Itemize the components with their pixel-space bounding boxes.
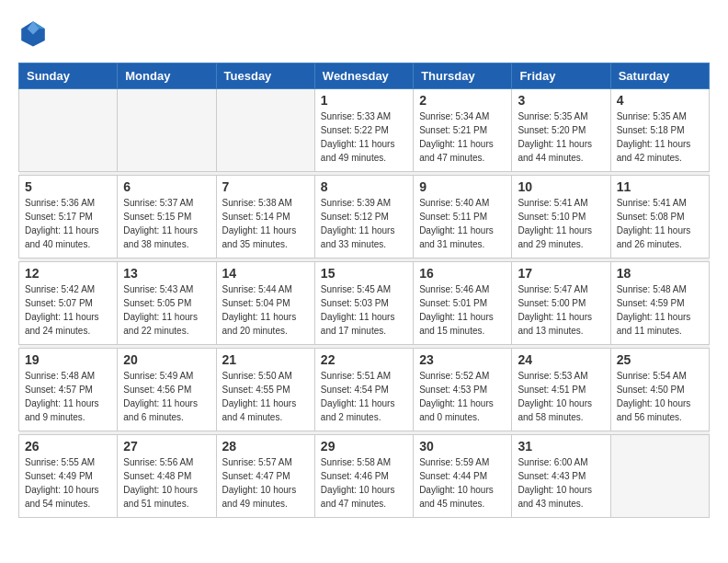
cell-info: Sunrise: 5:59 AM Sunset: 4:44 PM Dayligh… [419, 455, 506, 511]
cell-date: 13 [123, 266, 210, 281]
cell-info: Sunrise: 5:49 AM Sunset: 4:56 PM Dayligh… [123, 369, 210, 424]
calendar-week-1: 1Sunrise: 5:33 AM Sunset: 5:22 PM Daylig… [19, 89, 710, 172]
cell-date: 9 [419, 179, 506, 194]
cell-date: 5 [25, 179, 111, 194]
calendar-cell: 30Sunrise: 5:59 AM Sunset: 4:44 PM Dayli… [414, 435, 512, 518]
cell-date: 3 [518, 93, 604, 108]
calendar-week-2: 5Sunrise: 5:36 AM Sunset: 5:17 PM Daylig… [19, 176, 710, 259]
calendar-cell: 19Sunrise: 5:48 AM Sunset: 4:57 PM Dayli… [19, 349, 118, 431]
calendar-cell: 14Sunrise: 5:44 AM Sunset: 5:04 PM Dayli… [216, 262, 314, 345]
calendar-cell: 28Sunrise: 5:57 AM Sunset: 4:47 PM Dayli… [216, 435, 314, 518]
cell-date: 15 [321, 266, 407, 281]
cell-date: 11 [617, 179, 703, 194]
cell-info: Sunrise: 5:51 AM Sunset: 4:54 PM Dayligh… [321, 369, 407, 424]
day-header-thursday: Thursday [414, 63, 512, 89]
day-header-wednesday: Wednesday [314, 63, 413, 89]
cell-date: 28 [222, 439, 309, 454]
cell-info: Sunrise: 5:46 AM Sunset: 5:01 PM Dayligh… [419, 282, 506, 338]
cell-date: 19 [25, 352, 111, 367]
calendar-cell: 3Sunrise: 5:35 AM Sunset: 5:20 PM Daylig… [512, 89, 610, 172]
cell-date: 27 [123, 439, 210, 454]
cell-info: Sunrise: 5:36 AM Sunset: 5:17 PM Dayligh… [25, 196, 111, 251]
cell-date: 16 [419, 266, 506, 281]
cell-date: 24 [518, 352, 604, 367]
calendar-cell: 25Sunrise: 5:54 AM Sunset: 4:50 PM Dayli… [610, 349, 709, 431]
cell-date: 1 [321, 93, 407, 108]
day-header-friday: Friday [512, 63, 610, 89]
cell-info: Sunrise: 5:35 AM Sunset: 5:18 PM Dayligh… [617, 109, 703, 165]
calendar-cell [610, 435, 709, 518]
day-header-saturday: Saturday [610, 63, 709, 89]
calendar-cell: 29Sunrise: 5:58 AM Sunset: 4:46 PM Dayli… [314, 435, 413, 518]
calendar-week-4: 19Sunrise: 5:48 AM Sunset: 4:57 PM Dayli… [19, 349, 710, 431]
cell-info: Sunrise: 5:41 AM Sunset: 5:10 PM Dayligh… [518, 196, 604, 251]
calendar-cell: 6Sunrise: 5:37 AM Sunset: 5:15 PM Daylig… [118, 176, 216, 259]
cell-date: 31 [518, 439, 604, 454]
calendar-cell: 17Sunrise: 5:47 AM Sunset: 5:00 PM Dayli… [512, 262, 610, 345]
day-header-sunday: Sunday [19, 63, 118, 89]
cell-date: 12 [25, 266, 111, 281]
calendar-cell: 23Sunrise: 5:52 AM Sunset: 4:53 PM Dayli… [414, 349, 512, 431]
calendar-cell: 27Sunrise: 5:56 AM Sunset: 4:48 PM Dayli… [118, 435, 216, 518]
calendar-cell: 8Sunrise: 5:39 AM Sunset: 5:12 PM Daylig… [314, 176, 413, 259]
cell-info: Sunrise: 5:55 AM Sunset: 4:49 PM Dayligh… [25, 455, 111, 511]
calendar-body: 1Sunrise: 5:33 AM Sunset: 5:22 PM Daylig… [19, 89, 710, 518]
cell-info: Sunrise: 6:00 AM Sunset: 4:43 PM Dayligh… [518, 455, 604, 511]
calendar-cell: 11Sunrise: 5:41 AM Sunset: 5:08 PM Dayli… [610, 176, 709, 259]
cell-info: Sunrise: 5:56 AM Sunset: 4:48 PM Dayligh… [123, 455, 210, 511]
calendar-header-row: SundayMondayTuesdayWednesdayThursdayFrid… [19, 63, 710, 89]
cell-info: Sunrise: 5:48 AM Sunset: 4:57 PM Dayligh… [25, 369, 111, 424]
cell-date: 29 [321, 439, 407, 454]
cell-info: Sunrise: 5:58 AM Sunset: 4:46 PM Dayligh… [321, 455, 407, 511]
cell-date: 2 [419, 93, 506, 108]
day-header-monday: Monday [118, 63, 216, 89]
cell-info: Sunrise: 5:53 AM Sunset: 4:51 PM Dayligh… [518, 369, 604, 424]
cell-date: 4 [617, 93, 703, 108]
calendar-cell: 31Sunrise: 6:00 AM Sunset: 4:43 PM Dayli… [512, 435, 610, 518]
cell-info: Sunrise: 5:34 AM Sunset: 5:21 PM Dayligh… [419, 109, 506, 165]
cell-info: Sunrise: 5:47 AM Sunset: 5:00 PM Dayligh… [518, 282, 604, 338]
cell-date: 10 [518, 179, 604, 194]
calendar-cell: 5Sunrise: 5:36 AM Sunset: 5:17 PM Daylig… [19, 176, 118, 259]
calendar-cell: 15Sunrise: 5:45 AM Sunset: 5:03 PM Dayli… [314, 262, 413, 345]
cell-date: 22 [321, 352, 407, 367]
cell-date: 30 [419, 439, 506, 454]
cell-info: Sunrise: 5:37 AM Sunset: 5:15 PM Dayligh… [123, 196, 210, 251]
calendar-cell: 4Sunrise: 5:35 AM Sunset: 5:18 PM Daylig… [610, 89, 709, 172]
calendar-cell [19, 89, 118, 172]
calendar-cell [118, 89, 216, 172]
calendar-table: SundayMondayTuesdayWednesdayThursdayFrid… [18, 63, 710, 518]
cell-info: Sunrise: 5:45 AM Sunset: 5:03 PM Dayligh… [321, 282, 407, 338]
day-header-tuesday: Tuesday [216, 63, 314, 89]
calendar-cell: 22Sunrise: 5:51 AM Sunset: 4:54 PM Dayli… [314, 349, 413, 431]
calendar-cell: 24Sunrise: 5:53 AM Sunset: 4:51 PM Dayli… [512, 349, 610, 431]
cell-date: 14 [222, 266, 309, 281]
calendar-cell: 2Sunrise: 5:34 AM Sunset: 5:21 PM Daylig… [414, 89, 512, 172]
calendar-cell: 21Sunrise: 5:50 AM Sunset: 4:55 PM Dayli… [216, 349, 314, 431]
cell-date: 25 [617, 352, 703, 367]
cell-date: 6 [123, 179, 210, 194]
cell-info: Sunrise: 5:39 AM Sunset: 5:12 PM Dayligh… [321, 196, 407, 251]
calendar-cell: 18Sunrise: 5:48 AM Sunset: 4:59 PM Dayli… [610, 262, 709, 345]
cell-info: Sunrise: 5:35 AM Sunset: 5:20 PM Dayligh… [518, 109, 604, 165]
cell-info: Sunrise: 5:52 AM Sunset: 4:53 PM Dayligh… [419, 369, 506, 424]
cell-date: 23 [419, 352, 506, 367]
logo [18, 18, 53, 48]
cell-info: Sunrise: 5:48 AM Sunset: 4:59 PM Dayligh… [617, 282, 703, 338]
calendar-cell: 10Sunrise: 5:41 AM Sunset: 5:10 PM Dayli… [512, 176, 610, 259]
page-header [18, 18, 710, 48]
cell-date: 17 [518, 266, 604, 281]
cell-info: Sunrise: 5:50 AM Sunset: 4:55 PM Dayligh… [222, 369, 309, 424]
cell-date: 8 [321, 179, 407, 194]
cell-date: 21 [222, 352, 309, 367]
cell-info: Sunrise: 5:54 AM Sunset: 4:50 PM Dayligh… [617, 369, 703, 424]
calendar-cell: 7Sunrise: 5:38 AM Sunset: 5:14 PM Daylig… [216, 176, 314, 259]
calendar-cell: 26Sunrise: 5:55 AM Sunset: 4:49 PM Dayli… [19, 435, 118, 518]
cell-info: Sunrise: 5:43 AM Sunset: 5:05 PM Dayligh… [123, 282, 210, 338]
cell-info: Sunrise: 5:41 AM Sunset: 5:08 PM Dayligh… [617, 196, 703, 251]
cell-info: Sunrise: 5:40 AM Sunset: 5:11 PM Dayligh… [419, 196, 506, 251]
logo-icon [18, 18, 48, 48]
cell-date: 7 [222, 179, 309, 194]
calendar-cell: 1Sunrise: 5:33 AM Sunset: 5:22 PM Daylig… [314, 89, 413, 172]
cell-info: Sunrise: 5:42 AM Sunset: 5:07 PM Dayligh… [25, 282, 111, 338]
